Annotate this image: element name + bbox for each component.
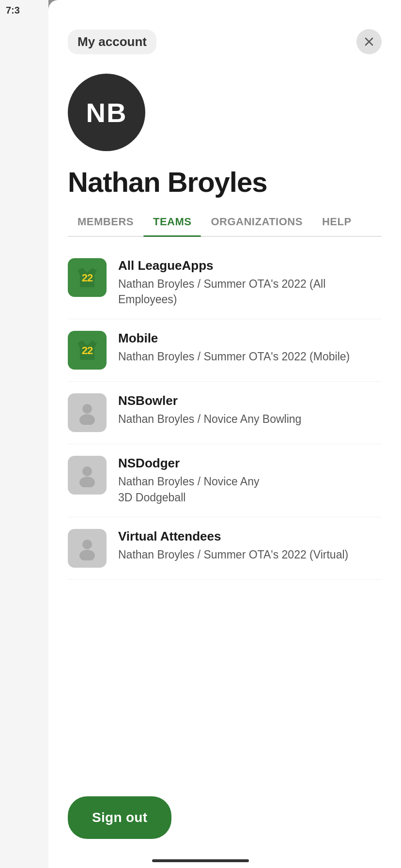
team-name: All LeagueApps <box>118 258 382 273</box>
status-bar: 7:3 <box>0 5 48 16</box>
team-info-virtual-attendees: Virtual Attendees Nathan Broyles / Summe… <box>118 529 382 562</box>
team-item-all-leagueapps[interactable]: 22 All LeagueApps Nathan Broyles / Summe… <box>68 247 382 319</box>
tab-help[interactable]: HELP <box>312 208 361 236</box>
tab-teams[interactable]: TEAMS <box>143 208 201 236</box>
team-subtitle: Nathan Broyles / Summer OTA's 2022 (Mobi… <box>118 349 382 364</box>
team-icon-nsdodger <box>68 456 107 495</box>
team-item-nsdodger[interactable]: NSDodger Nathan Broyles / Novice Any3D D… <box>68 444 382 517</box>
tab-organizations[interactable]: ORGANIZATIONS <box>201 208 312 236</box>
team-info-nsbowler: NSBowler Nathan Broyles / Novice Any Bow… <box>118 393 382 427</box>
team-subtitle: Nathan Broyles / Summer OTA's 2022 (Virt… <box>118 547 382 562</box>
team-icon-nsbowler <box>68 393 107 432</box>
svg-point-8 <box>82 466 92 476</box>
team-name: Virtual Attendees <box>118 529 382 544</box>
team-name: NSBowler <box>118 393 382 408</box>
svg-point-7 <box>79 414 95 425</box>
team-name: NSDodger <box>118 456 382 471</box>
team-subtitle: Nathan Broyles / Novice Any3D Dodgeball <box>118 474 382 505</box>
team-info-all-leagueapps: All LeagueApps Nathan Broyles / Summer O… <box>118 258 382 307</box>
teams-list: 22 All LeagueApps Nathan Broyles / Summe… <box>48 237 401 787</box>
avatar: NB <box>68 74 145 151</box>
close-button[interactable] <box>356 29 382 54</box>
bg-left-peek: 7:3 <box>0 0 48 868</box>
tabs-bar: MEMBERS TEAMS ORGANIZATIONS HELP <box>68 208 382 237</box>
svg-point-6 <box>82 404 92 414</box>
svg-text:22: 22 <box>82 272 93 284</box>
team-icon-virtual-attendees <box>68 529 107 568</box>
tab-members[interactable]: MEMBERS <box>68 208 143 236</box>
team-info-nsdodger: NSDodger Nathan Broyles / Novice Any3D D… <box>118 456 382 505</box>
user-name-section: Nathan Broyles <box>48 156 401 203</box>
account-modal: My account NB Nathan Broyles MEMBERS TEA… <box>48 0 401 868</box>
team-icon-mobile: 22 <box>68 331 107 370</box>
avatar-section: NB <box>48 64 401 156</box>
svg-point-11 <box>79 550 95 560</box>
team-item-mobile[interactable]: 22 Mobile Nathan Broyles / Summer OTA's … <box>68 319 382 382</box>
home-indicator <box>152 859 249 862</box>
user-name: Nathan Broyles <box>68 166 382 198</box>
sign-out-area: Sign out <box>48 787 401 868</box>
team-subtitle: Nathan Broyles / Novice Any Bowling <box>118 411 382 427</box>
svg-text:22: 22 <box>82 344 93 356</box>
svg-point-10 <box>82 540 92 549</box>
status-time: 7:3 <box>6 5 20 16</box>
my-account-label: My account <box>77 34 147 49</box>
avatar-initials: NB <box>86 97 127 128</box>
svg-point-9 <box>79 477 95 487</box>
sign-out-button[interactable]: Sign out <box>68 796 171 839</box>
modal-header: My account <box>48 0 401 64</box>
team-subtitle: Nathan Broyles / Summer OTA's 2022 (All … <box>118 276 382 307</box>
team-name: Mobile <box>118 331 382 346</box>
team-item-nsbowler[interactable]: NSBowler Nathan Broyles / Novice Any Bow… <box>68 382 382 444</box>
team-icon-all-leagueapps: 22 <box>68 258 107 297</box>
my-account-badge: My account <box>68 30 156 54</box>
team-info-mobile: Mobile Nathan Broyles / Summer OTA's 202… <box>118 331 382 364</box>
team-item-virtual-attendees[interactable]: Virtual Attendees Nathan Broyles / Summe… <box>68 517 382 580</box>
